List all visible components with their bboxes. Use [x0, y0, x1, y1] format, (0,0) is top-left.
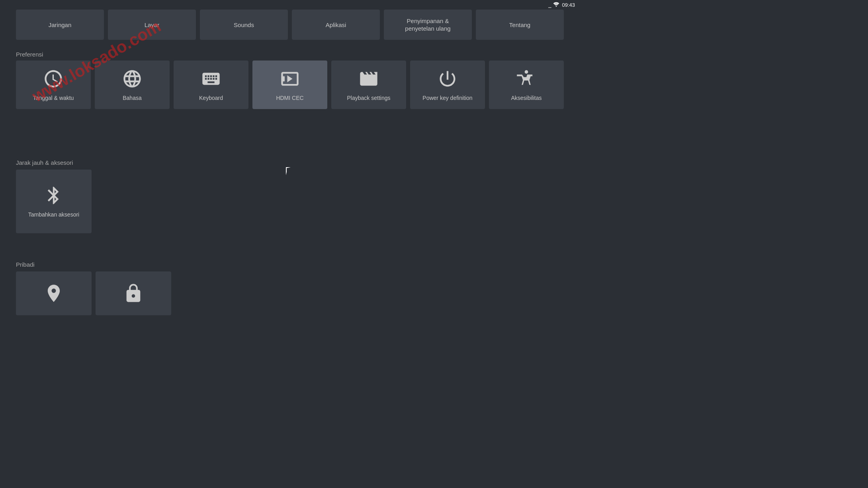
svg-point-3	[525, 70, 528, 74]
jarak-jauh-label: Jarak jauh & aksesori	[16, 159, 73, 166]
tile-power-key[interactable]: Power key definition	[410, 61, 485, 109]
svg-point-0	[556, 6, 557, 7]
language-icon	[122, 68, 143, 89]
tile-lokasi[interactable]	[16, 271, 92, 315]
tile-hdmi-cec[interactable]: HDMI CEC	[252, 61, 327, 109]
preferensi-label: Preferensi	[16, 51, 43, 58]
bluetooth-icon	[43, 185, 64, 206]
film-icon	[358, 68, 379, 89]
status-time: 09:43	[562, 2, 575, 8]
wifi-icon	[553, 2, 559, 8]
hdmi-icon	[280, 68, 300, 89]
tile-keyboard[interactable]: Keyboard	[174, 61, 248, 109]
keyboard-label: Keyboard	[199, 95, 223, 101]
playback-label: Playback settings	[347, 95, 391, 101]
tile-tanggal-waktu[interactable]: Tanggal & waktu	[16, 61, 91, 109]
jarak-jauh-grid: Tambahkan aksesori	[16, 170, 92, 233]
pribadi-label: Pribadi	[16, 261, 35, 268]
tile-aksesibilitas[interactable]: Aksesibilitas	[489, 61, 564, 109]
preferensi-grid: Tanggal & waktu Bahasa Keyboard	[16, 61, 564, 109]
battery-icon: ⎯	[548, 2, 551, 8]
status-bar: ⎯ 09:43	[532, 0, 580, 10]
tile-bahasa[interactable]: Bahasa	[95, 61, 170, 109]
nav-sounds[interactable]: Sounds	[200, 10, 288, 40]
nav-jaringan[interactable]: Jaringan	[16, 10, 104, 40]
pribadi-grid	[16, 271, 171, 315]
cursor	[286, 167, 291, 175]
nav-tentang[interactable]: Tentang	[476, 10, 564, 40]
keyboard-icon	[201, 68, 221, 89]
bluetooth-label: Tambahkan aksesori	[28, 211, 79, 218]
svg-rect-2	[282, 76, 285, 82]
bahasa-label: Bahasa	[123, 95, 141, 101]
tile-playback[interactable]: Playback settings	[331, 61, 406, 109]
accessibility-icon	[516, 68, 537, 89]
power-key-label: Power key definition	[422, 95, 472, 101]
lock-icon	[123, 283, 144, 304]
status-icons: ⎯	[548, 2, 559, 8]
nav-layar[interactable]: Layar	[108, 10, 196, 40]
location-icon	[43, 283, 64, 304]
top-nav: Jaringan Layar Sounds Aplikasi Penyimpan…	[0, 10, 580, 40]
power-icon	[437, 68, 458, 89]
tanggal-waktu-label: Tanggal & waktu	[33, 95, 74, 101]
tile-bluetooth[interactable]: Tambahkan aksesori	[16, 170, 92, 233]
clock-icon	[43, 68, 64, 89]
hdmi-cec-label: HDMI CEC	[276, 95, 303, 101]
nav-penyimpanan[interactable]: Penyimpanan &penyetelan ulang	[384, 10, 472, 40]
nav-aplikasi[interactable]: Aplikasi	[292, 10, 380, 40]
aksesibilitas-label: Aksesibilitas	[511, 95, 542, 101]
tile-keamanan[interactable]	[96, 271, 171, 315]
